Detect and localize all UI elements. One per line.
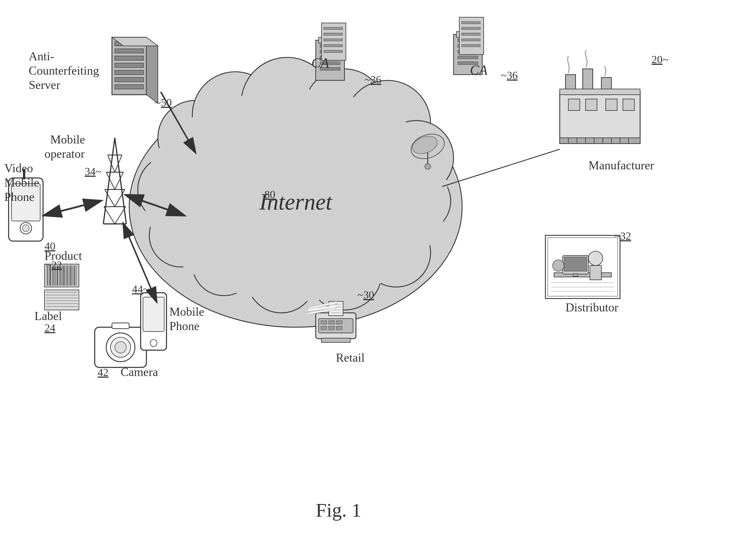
distributor-label: Distributor [566,301,618,314]
manufacturer-ref: 20~ [652,53,669,65]
mobile-tower [103,138,126,224]
internet-ref: 80 [264,188,275,200]
svg-rect-139 [336,321,342,324]
mp-label2: Phone [169,320,200,333]
camera-ref: 42 [98,366,108,378]
svg-rect-39 [461,39,480,41]
svg-line-57 [108,155,115,172]
svg-rect-128 [573,273,578,276]
svg-rect-140 [321,326,327,330]
retail-ref: ~30 [357,289,374,301]
svg-line-58 [115,155,122,172]
svg-line-64 [115,207,126,224]
svg-rect-110 [586,99,597,110]
svg-point-129 [589,251,603,265]
svg-rect-142 [336,326,342,330]
ca1-label: CA [311,55,329,70]
ca2-ref: ~36 [501,69,518,81]
svg-rect-103 [143,297,164,332]
svg-rect-43 [115,49,143,53]
svg-rect-111 [606,99,617,110]
svg-rect-113 [560,89,640,95]
acs-text3: Server [29,78,60,92]
svg-rect-141 [329,326,334,330]
ca1-server [316,23,346,80]
svg-rect-33 [458,56,478,59]
product-label-item [44,290,79,310]
manufacturer-label: Manufacturer [589,159,654,172]
acs-text2: Counterfeiting [29,64,99,77]
svg-rect-138 [329,321,334,324]
svg-rect-148 [322,338,350,343]
svg-rect-137 [321,321,327,324]
distributor [545,235,620,299]
svg-rect-40 [461,44,480,47]
label-ref: 24 [44,322,55,334]
svg-rect-47 [115,77,143,82]
mobile-op-label: Mobile [50,133,85,146]
svg-point-157 [425,164,431,169]
svg-rect-25 [324,39,342,41]
svg-rect-130 [590,265,601,280]
figure-label: Fig. 1 [316,499,361,521]
svg-rect-36 [461,22,480,24]
manufacturer [560,50,640,143]
acs-server [112,37,158,103]
vmp-label: Video [4,162,33,175]
vmp-label3: Phone [4,190,34,203]
svg-line-52 [115,138,126,224]
svg-rect-44 [115,56,143,60]
arrow-manufacturer-internet [442,149,560,186]
distributor-ref: ~32 [614,230,631,242]
vmp-label2: Mobile [4,176,39,189]
camera [95,323,146,368]
svg-rect-26 [324,44,342,47]
svg-point-69 [22,225,29,231]
svg-marker-49 [146,37,158,103]
svg-point-100 [115,342,126,353]
svg-rect-112 [623,99,634,110]
svg-rect-48 [115,85,143,89]
svg-rect-46 [115,70,143,75]
retail-label: Retail [336,351,365,364]
tower-ref: 34~ [85,165,102,177]
svg-rect-45 [115,63,143,67]
svg-line-63 [104,207,115,224]
svg-rect-23 [324,27,342,30]
svg-rect-38 [461,33,480,35]
svg-rect-127 [564,257,587,271]
ca2-label: CA [470,62,488,77]
svg-rect-114 [560,138,640,143]
diagram: Internet 80 CA ~36 [0,0,738,560]
svg-rect-37 [461,27,480,30]
svg-rect-90 [44,290,79,310]
svg-rect-24 [324,33,342,35]
ca1-ref: ~36 [365,73,381,85]
mp-label: Mobile [169,305,204,318]
svg-line-60 [115,172,123,189]
svg-rect-109 [569,99,580,110]
camera-label: Camera [120,366,158,379]
mobile-op-label2: operator [44,147,85,160]
svg-point-104 [150,340,157,347]
arrow-phone-tower [44,201,100,215]
mobile-phone-center [141,293,166,350]
svg-rect-101 [112,323,129,329]
acs-text: Anti- [29,50,54,63]
svg-point-131 [552,260,564,271]
svg-rect-27 [324,50,342,52]
svg-line-51 [103,138,115,224]
product-ref-label: ~22 [46,259,62,271]
svg-line-59 [106,172,115,189]
label-text: Label [34,310,62,323]
mobile-phone-ref: 44~ [132,283,149,295]
